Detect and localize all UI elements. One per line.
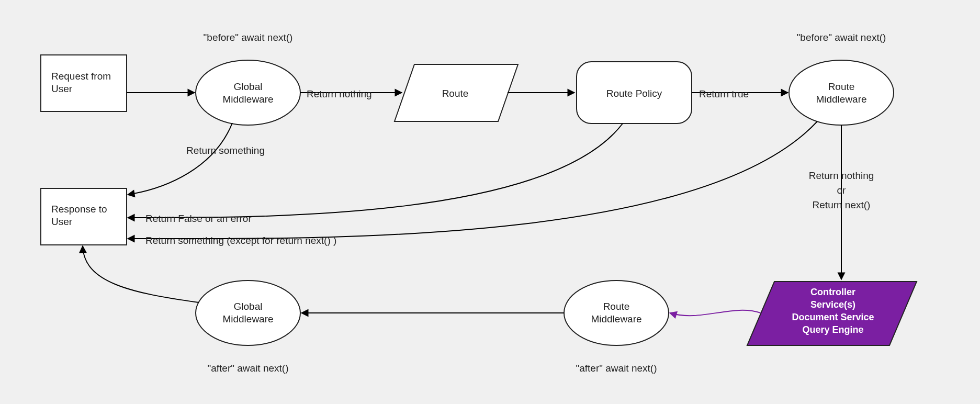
label-request-l2: User	[51, 83, 73, 94]
edgelabel-rm-to-ctrl-l3: Return next()	[813, 199, 871, 210]
node-route-middleware-after: Route Middleware	[564, 280, 669, 345]
edgelabel-gm-to-route: Return nothing	[307, 88, 372, 99]
svg-point-6	[196, 280, 300, 345]
note-rm-after: "after" await next()	[576, 363, 657, 374]
label-route-policy: Route Policy	[606, 88, 662, 99]
label-gm-before-l1: Global	[234, 81, 263, 92]
edgelabel-policy-to-response: Return False or an error	[145, 213, 252, 224]
label-gm-before-l2: Middleware	[222, 94, 273, 105]
node-global-middleware-after: Global Middleware	[196, 280, 300, 345]
node-route: Route	[395, 64, 518, 121]
label-controller-l2: Service(s)	[810, 299, 855, 310]
node-route-middleware-before: Route Middleware	[789, 60, 894, 125]
node-route-policy: Route Policy	[577, 62, 692, 124]
note-gm-before: "before" await next()	[204, 32, 293, 43]
label-controller-l3: Document Service	[792, 312, 874, 322]
svg-point-4	[789, 60, 894, 125]
edgelabel-policy-to-rm: Return true	[699, 88, 749, 99]
edge-gm-after-to-response	[83, 246, 199, 302]
edge-controller-to-rm-after	[670, 310, 761, 316]
label-controller-l1: Controller	[810, 287, 855, 297]
label-rm-before-l2: Middleware	[816, 94, 866, 105]
flow-diagram: Request from User Global Middleware "bef…	[0, 0, 980, 404]
edgelabel-rm-to-ctrl-l1: Return nothing	[809, 170, 874, 181]
label-route: Route	[442, 88, 469, 99]
svg-point-1	[196, 60, 300, 125]
note-rm-before: "before" await next()	[797, 32, 886, 43]
label-rm-after-l2: Middleware	[591, 313, 641, 324]
label-request-l1: Request from	[51, 71, 111, 82]
node-global-middleware-before: Global Middleware	[196, 60, 300, 125]
edge-gm-to-response	[128, 123, 232, 195]
label-rm-after-l1: Route	[603, 301, 630, 312]
edgelabel-gm-to-response: Return something	[186, 145, 265, 156]
label-gm-after-l1: Global	[234, 301, 263, 312]
note-gm-after: "after" await next()	[208, 363, 289, 374]
label-gm-after-l2: Middleware	[222, 313, 273, 324]
node-response: Response to User	[41, 188, 127, 245]
node-request: Request from User	[41, 55, 127, 111]
edgelabel-rm-to-ctrl-l2: or	[837, 185, 847, 196]
node-controller-stack: Controller Service(s) Document Service Q…	[747, 282, 917, 345]
label-response-l2: User	[51, 216, 73, 227]
label-controller-l4: Query Engine	[802, 324, 863, 335]
svg-point-7	[564, 280, 669, 345]
label-response-l1: Response to	[51, 204, 107, 215]
edgelabel-rm-to-response: Return something (except for return next…	[145, 235, 336, 246]
edge-policy-to-response	[128, 124, 623, 218]
label-rm-before-l1: Route	[828, 81, 855, 92]
